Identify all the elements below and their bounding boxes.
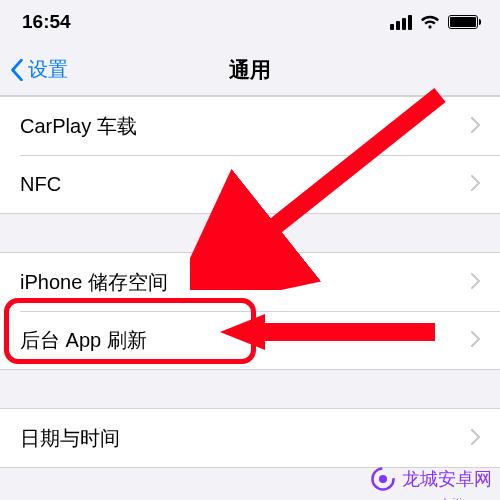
row-label: 日期与时间 [20,425,120,452]
chevron-left-icon [10,59,24,81]
status-time: 16:54 [22,11,71,33]
screen: 16:54 设置 通用 CarPlay 车载 NFC iPhone 储存空间 [0,0,500,500]
watermark: 龙城安卓网 [370,466,492,492]
settings-group: CarPlay 车载 NFC [0,96,500,214]
row-iphone-storage[interactable]: iPhone 储存空间 [0,253,500,311]
watermark-icon [370,466,396,492]
chevron-right-icon [471,329,480,352]
row-nfc[interactable]: NFC [0,155,500,213]
chevron-right-icon [471,115,480,138]
cellular-icon [390,15,412,30]
settings-group: 日期与时间 [0,408,500,468]
row-label: 后台 App 刷新 [20,327,147,354]
row-carplay[interactable]: CarPlay 车载 [0,97,500,155]
row-label: iPhone 储存空间 [20,269,168,296]
page-title: 通用 [0,56,500,84]
chevron-right-icon [471,427,480,450]
back-button[interactable]: 设置 [0,56,68,83]
watermark-text: 龙城安卓网 [402,467,492,491]
row-label: NFC [20,173,61,196]
status-right [390,15,478,30]
wifi-icon [420,15,440,30]
nav-header: 设置 通用 [0,44,500,96]
watermark-url: www.lcjtj.com [415,496,488,500]
settings-group: iPhone 储存空间 后台 App 刷新 [0,252,500,370]
status-bar: 16:54 [0,0,500,44]
chevron-right-icon [471,271,480,294]
row-date-time[interactable]: 日期与时间 [0,409,500,467]
battery-icon [448,15,478,29]
row-background-app-refresh[interactable]: 后台 App 刷新 [0,311,500,369]
chevron-right-icon [471,173,480,196]
svg-point-6 [379,475,387,483]
row-label: CarPlay 车载 [20,113,137,140]
back-label: 设置 [28,56,68,83]
